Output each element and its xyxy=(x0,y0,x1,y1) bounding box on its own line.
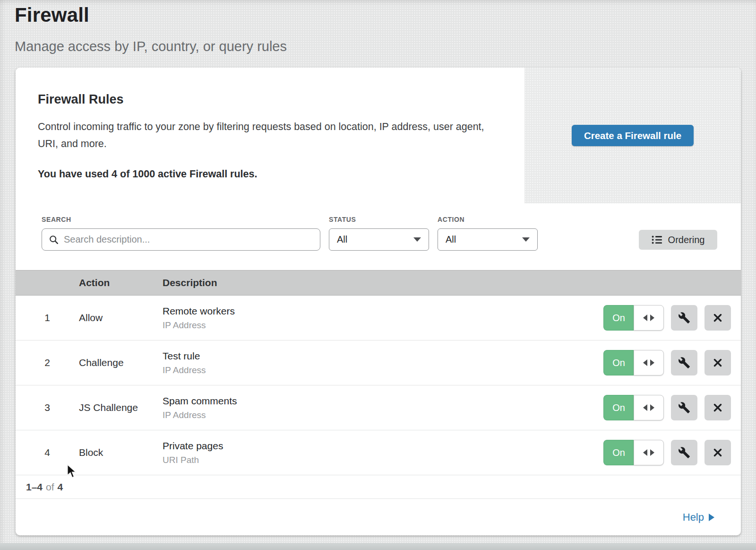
help-link-label: Help xyxy=(683,511,704,524)
toggle-arrows-icon[interactable] xyxy=(634,305,664,331)
rule-action: JS Challenge xyxy=(79,402,163,413)
firewall-rules-card: Create a Firewall rule Firewall Rules Co… xyxy=(16,68,741,535)
status-selected-value: All xyxy=(337,234,413,245)
window-bottom-edge xyxy=(0,543,756,550)
table-row: 4 Block Private pages URI Path On xyxy=(16,430,741,475)
rule-match-type: IP Address xyxy=(163,320,603,331)
usage-summary: You have used 4 of 1000 active Firewall … xyxy=(38,168,506,180)
rule-enabled-toggle[interactable]: On xyxy=(603,440,664,465)
rule-description: Spam comments xyxy=(163,395,603,407)
rule-priority: 2 xyxy=(16,357,79,368)
toggle-arrows-icon[interactable] xyxy=(634,350,664,375)
toggle-arrows-icon[interactable] xyxy=(634,440,664,465)
toggle-arrows-icon[interactable] xyxy=(634,395,664,420)
action-select[interactable]: All xyxy=(438,228,538,251)
arrow-left-icon xyxy=(643,314,647,321)
rule-priority: 4 xyxy=(16,447,79,458)
chevron-down-icon xyxy=(522,237,530,242)
rule-description: Remote workers xyxy=(163,306,603,317)
card-heading: Firewall Rules xyxy=(38,92,506,107)
edit-rule-button[interactable] xyxy=(671,350,697,375)
rule-enabled-toggle[interactable]: On xyxy=(603,350,664,375)
action-label: ACTION xyxy=(438,216,464,223)
rule-enabled-toggle[interactable]: On xyxy=(603,305,664,331)
page-background: Firewall Manage access by IP, country, o… xyxy=(0,0,756,550)
edit-rule-button[interactable] xyxy=(671,440,697,465)
rule-description-cell: Remote workers IP Address xyxy=(163,306,603,331)
pagination-range: 1–4 xyxy=(26,481,43,493)
delete-rule-button[interactable] xyxy=(704,395,731,420)
rule-action: Block xyxy=(79,447,163,458)
delete-rule-button[interactable] xyxy=(704,350,731,375)
table-header: Action Description xyxy=(16,270,741,296)
status-select[interactable]: All xyxy=(329,228,429,251)
list-ordering-icon xyxy=(652,235,663,244)
card-footer: Help xyxy=(16,499,741,535)
rule-match-type: IP Address xyxy=(163,410,603,420)
rule-enabled-toggle[interactable]: On xyxy=(603,395,664,420)
toggle-on-label: On xyxy=(603,305,634,331)
arrow-right-icon xyxy=(650,449,654,456)
rule-description-cell: Private pages URI Path xyxy=(163,440,603,465)
rule-priority: 1 xyxy=(16,312,79,323)
delete-rule-button[interactable] xyxy=(704,305,731,331)
chevron-down-icon xyxy=(413,237,421,242)
toggle-on-label: On xyxy=(603,350,634,375)
page-header: Firewall Manage access by IP, country, o… xyxy=(15,4,287,54)
ordering-button[interactable]: Ordering xyxy=(639,230,717,250)
arrow-left-icon xyxy=(643,359,647,366)
table-row: 3 JS Challenge Spam comments IP Address … xyxy=(16,385,741,430)
delete-rule-button[interactable] xyxy=(704,440,731,465)
pagination-total: 4 xyxy=(58,481,63,493)
search-input[interactable] xyxy=(64,234,313,245)
search-icon xyxy=(49,235,59,245)
toggle-on-label: On xyxy=(603,440,634,465)
rule-description: Test rule xyxy=(163,350,603,362)
rule-description-cell: Test rule IP Address xyxy=(163,350,603,375)
rule-controls: On xyxy=(603,395,741,420)
page-subtitle: Manage access by IP, country, or query r… xyxy=(15,39,287,54)
hero-content: Firewall Rules Control incoming traffic … xyxy=(38,92,506,180)
rule-match-type: URI Path xyxy=(163,455,603,465)
hero-side-panel: Create a Firewall rule xyxy=(524,68,741,203)
pagination: 1–4 of 4 xyxy=(16,475,741,499)
arrow-right-icon xyxy=(650,314,654,321)
wrench-icon xyxy=(678,357,690,369)
rule-controls: On xyxy=(603,350,741,375)
rule-match-type: IP Address xyxy=(163,365,603,375)
close-icon xyxy=(712,357,723,368)
rule-controls: On xyxy=(603,440,741,465)
rule-priority: 3 xyxy=(16,402,79,413)
card-description: Control incoming traffic to your zone by… xyxy=(38,118,484,152)
arrow-right-icon xyxy=(709,514,714,521)
action-selected-value: All xyxy=(446,234,522,245)
rules-list: 1 Allow Remote workers IP Address On xyxy=(16,296,741,475)
rule-action: Allow xyxy=(79,312,163,323)
create-firewall-rule-button[interactable]: Create a Firewall rule xyxy=(572,125,694,146)
arrow-left-icon xyxy=(643,449,647,456)
ordering-button-label: Ordering xyxy=(668,235,705,245)
rule-action: Challenge xyxy=(79,357,163,368)
edit-rule-button[interactable] xyxy=(671,395,697,420)
help-link[interactable]: Help xyxy=(683,511,714,524)
rule-description-cell: Spam comments IP Address xyxy=(163,395,603,420)
toggle-on-label: On xyxy=(603,395,634,420)
status-label: STATUS xyxy=(329,216,356,223)
hero-section: Create a Firewall rule Firewall Rules Co… xyxy=(16,68,741,203)
action-column-header: Action xyxy=(79,277,163,288)
description-column-header: Description xyxy=(163,277,741,288)
close-icon xyxy=(712,312,723,323)
arrow-right-icon xyxy=(650,404,654,411)
search-box xyxy=(42,228,320,251)
search-label: SEARCH xyxy=(42,216,71,223)
table-row: 2 Challenge Test rule IP Address On xyxy=(16,340,741,385)
page-title: Firewall xyxy=(15,4,287,26)
rule-controls: On xyxy=(603,305,741,331)
arrow-left-icon xyxy=(643,404,647,411)
close-icon xyxy=(712,447,723,458)
filters-bar: SEARCH STATUS All ACTION All xyxy=(16,203,741,270)
wrench-icon xyxy=(678,312,690,324)
table-row: 1 Allow Remote workers IP Address On xyxy=(16,296,741,340)
edit-rule-button[interactable] xyxy=(671,305,697,331)
pagination-of: of xyxy=(46,481,54,493)
